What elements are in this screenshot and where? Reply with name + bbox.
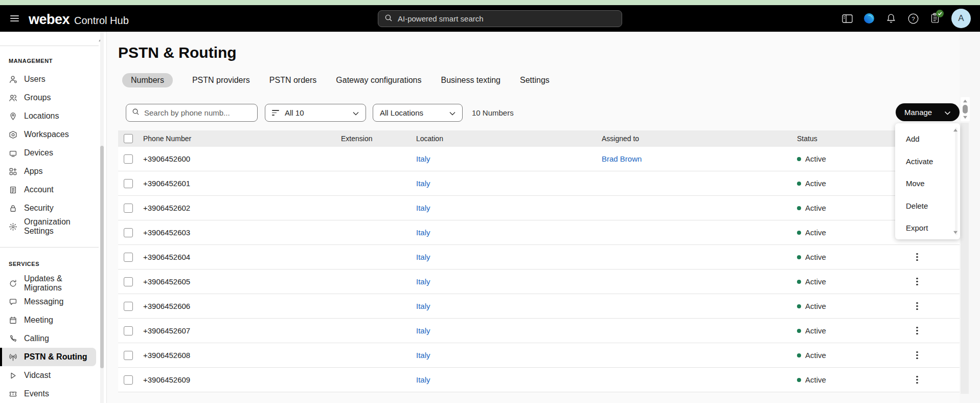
location-link[interactable]: Italy — [416, 277, 430, 286]
status-dot-icon — [797, 329, 801, 333]
sidebar-scrollbar-thumb[interactable] — [100, 146, 104, 368]
menu-item-activate[interactable]: Activate — [895, 150, 960, 173]
menu-item-add[interactable]: Add — [895, 128, 960, 150]
menu-item-export[interactable]: Export — [895, 217, 960, 239]
row-checkbox[interactable] — [124, 375, 133, 385]
location-link[interactable]: Italy — [416, 179, 430, 188]
location-link[interactable]: Italy — [416, 204, 430, 212]
row-checkbox[interactable] — [124, 277, 133, 286]
sidebar-nav: MANAGEMENT UsersGroupsLocationsWorkspace… — [0, 32, 107, 403]
phone-search-input[interactable]: Search by phone numb... — [126, 104, 258, 122]
table-row: +3906452604ItalyActive — [118, 245, 960, 270]
sidebar-item-label: Messaging — [24, 297, 63, 306]
sidebar-item-locations[interactable]: Locations — [0, 107, 99, 125]
menu-item-move[interactable]: Move — [895, 172, 960, 195]
row-checkbox[interactable] — [124, 326, 133, 335]
status-dot-icon — [797, 231, 801, 235]
row-actions-kebab-icon[interactable] — [913, 373, 921, 387]
sidebar-item-security[interactable]: Security — [0, 199, 99, 217]
assigned-to-link[interactable]: Brad Brown — [602, 154, 642, 163]
tab-pstn-orders[interactable]: PSTN orders — [269, 76, 316, 85]
row-checkbox[interactable] — [124, 351, 133, 360]
location-pin-icon — [9, 112, 17, 121]
table-scrollbar[interactable] — [961, 97, 970, 121]
help-icon[interactable]: ? — [907, 13, 919, 24]
app-header: webex Control Hub AI-powered smart searc… — [0, 5, 980, 32]
sidebar-item-messaging[interactable]: Messaging — [0, 293, 99, 311]
global-search-input[interactable]: AI-powered smart search — [378, 10, 622, 27]
filter-icon — [272, 110, 279, 116]
menu-scrollbar-track[interactable] — [955, 127, 958, 235]
sidebar-item-vidcast[interactable]: Vidcast — [0, 366, 99, 385]
sidebar-item-workspaces[interactable]: Workspaces — [0, 125, 99, 144]
brand-logo: webex Control Hub — [29, 12, 129, 28]
sidebar-item-events[interactable]: Events — [0, 385, 99, 403]
gear-icon — [9, 222, 17, 231]
select-all-checkbox[interactable] — [124, 134, 133, 143]
row-actions-kebab-icon[interactable] — [913, 299, 921, 313]
sidebar-item-pstn-routing[interactable]: PSTN & Routing — [0, 348, 96, 366]
location-filter-dropdown[interactable]: All Locations — [373, 104, 463, 122]
row-actions-kebab-icon[interactable] — [913, 348, 921, 362]
status-badge: Active — [797, 319, 826, 343]
sidebar-item-apps[interactable]: Apps — [0, 162, 99, 181]
table-row: +3906452605ItalyActive — [118, 270, 960, 294]
number-filter-dropdown[interactable]: All 10 — [265, 104, 366, 122]
location-value: All Locations — [380, 108, 423, 117]
panel-layout-icon[interactable] — [841, 13, 853, 24]
sidebar-item-label: Updates & Migrations — [24, 274, 99, 293]
sidebar-item-updates-migrations[interactable]: Updates & Migrations — [0, 274, 99, 293]
row-checkbox[interactable] — [124, 228, 133, 237]
location-link[interactable]: Italy — [416, 154, 430, 163]
sidebar-item-meeting[interactable]: Meeting — [0, 311, 99, 329]
scrollbar-track[interactable] — [961, 123, 969, 394]
tab-numbers[interactable]: Numbers — [122, 73, 173, 87]
row-checkbox[interactable] — [124, 154, 133, 164]
row-checkbox[interactable] — [124, 253, 133, 262]
row-checkbox[interactable] — [124, 204, 133, 213]
sidebar-item-users[interactable]: Users — [0, 70, 99, 88]
phone-number-cell: +3906452607 — [143, 319, 190, 343]
user-avatar[interactable]: A — [951, 9, 971, 28]
tab-settings[interactable]: Settings — [520, 76, 550, 85]
location-link[interactable]: Italy — [416, 253, 430, 261]
hamburger-menu-icon[interactable] — [10, 15, 19, 22]
webex-assistant-icon[interactable] — [863, 13, 875, 24]
sidebar-item-calling[interactable]: Calling — [0, 329, 99, 348]
location-link[interactable]: Italy — [416, 302, 430, 310]
location-link[interactable]: Italy — [416, 351, 430, 360]
table-row: +3906452606ItalyActive — [118, 294, 960, 319]
whats-new-icon[interactable] — [929, 13, 941, 24]
status-dot-icon — [797, 378, 801, 382]
sidebar-services-list: Updates & MigrationsMessagingMeetingCall… — [0, 274, 99, 403]
location-link[interactable]: Italy — [416, 375, 430, 384]
status-badge: Active — [797, 196, 826, 220]
scroll-down-icon[interactable] — [963, 116, 967, 119]
sidebar-item-groups[interactable]: Groups — [0, 88, 99, 107]
manage-button[interactable]: Manage — [896, 103, 960, 121]
notifications-bell-icon[interactable] — [885, 13, 897, 24]
row-actions-kebab-icon[interactable] — [913, 324, 921, 338]
tab-gateway-configurations[interactable]: Gateway configurations — [336, 76, 421, 85]
row-actions-kebab-icon[interactable] — [913, 275, 921, 288]
sidebar-item-organization-settings[interactable]: Organization Settings — [0, 217, 99, 236]
row-checkbox[interactable] — [124, 179, 133, 188]
scrollbar-thumb[interactable] — [963, 105, 968, 114]
tab-pstn-providers[interactable]: PSTN providers — [192, 76, 250, 85]
scroll-up-icon[interactable] — [963, 100, 967, 103]
menu-scroll-up-icon[interactable] — [953, 129, 958, 132]
menu-scroll-down-icon[interactable] — [953, 231, 958, 234]
status-badge: Active — [797, 343, 826, 367]
tab-business-texting[interactable]: Business texting — [441, 76, 501, 85]
sidebar-item-account[interactable]: Account — [0, 181, 99, 199]
row-actions-kebab-icon[interactable] — [913, 250, 921, 264]
table-header-row: Phone Number Extension Location Assigned… — [118, 130, 960, 147]
status-badge: Active — [797, 294, 826, 318]
location-link[interactable]: Italy — [416, 228, 430, 237]
chevron-down-icon — [449, 108, 455, 117]
menu-item-delete[interactable]: Delete — [895, 195, 960, 217]
chevron-down-icon — [353, 108, 359, 117]
row-checkbox[interactable] — [124, 302, 133, 311]
sidebar-item-devices[interactable]: Devices — [0, 144, 99, 162]
location-link[interactable]: Italy — [416, 326, 430, 335]
